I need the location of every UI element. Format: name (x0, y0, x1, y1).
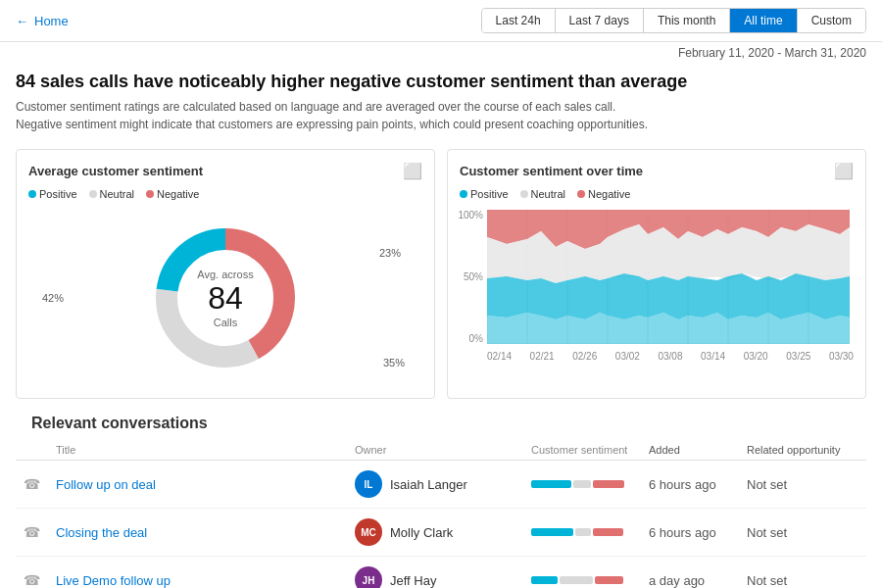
y-label-0: 0% (469, 333, 483, 344)
donut-chart: Avg. across 84 Calls 23% 35% 42% (28, 210, 422, 386)
row-added: 6 hours ago (641, 509, 739, 557)
sentiment-bar-neutral (560, 576, 593, 584)
filter-last24h[interactable]: Last 24h (482, 9, 556, 32)
phone-icon: ☎ (24, 572, 40, 588)
th-title: Title (48, 440, 347, 461)
row-owner: IL Isaiah Langer (347, 461, 523, 509)
legend-neutral: Neutral (89, 188, 134, 200)
time-chart-legend: Positive Neutral Negative (460, 188, 854, 200)
export-icon[interactable]: ⬜ (403, 162, 422, 180)
x-label-0320: 03/20 (744, 351, 768, 362)
sentiment-bar-positive (531, 576, 558, 584)
owner-name: Isaiah Langer (390, 477, 467, 492)
subtitle: Customer sentiment ratings are calculate… (16, 98, 866, 133)
th-added: Added (641, 440, 739, 461)
avg-sentiment-card: Average customer sentiment ⬜ Positive Ne… (16, 149, 435, 399)
owner-avatar: IL (355, 470, 382, 498)
row-title[interactable]: Closing the deal (48, 509, 347, 557)
export-icon-2[interactable]: ⬜ (834, 162, 854, 180)
phone-icon: ☎ (24, 476, 40, 492)
donut-number: 84 (197, 280, 253, 317)
sentiment-over-time-card: Customer sentiment over time ⬜ Positive … (447, 149, 866, 399)
x-label-0330: 03/30 (829, 351, 854, 362)
x-label-0314: 03/14 (701, 351, 725, 362)
conversations-title: Relevant conversations (16, 411, 866, 440)
x-label-0214: 02/14 (487, 351, 512, 362)
tlegend-positive: Positive (460, 188, 509, 200)
sentiment-bar-negative (595, 576, 623, 584)
row-owner: JH Jeff Hay (347, 557, 523, 589)
legend-negative: Negative (146, 188, 199, 200)
x-label-0221: 02/21 (530, 351, 555, 362)
row-added: a day ago (641, 557, 739, 589)
filter-thismonth[interactable]: This month (644, 9, 730, 32)
pct-neutral-label: 35% (383, 357, 405, 368)
row-sentiment (523, 461, 641, 509)
table-row: ☎ Live Demo follow up JH Jeff Hay a day … (16, 557, 866, 589)
row-added: 6 hours ago (641, 461, 739, 509)
home-link[interactable]: ← Home (16, 14, 69, 28)
tlegend-negative: Negative (577, 188, 630, 200)
pct-negative-label: 42% (42, 292, 64, 304)
phone-icon-cell: ☎ (16, 509, 48, 557)
donut-calls: Calls (197, 317, 253, 328)
row-title[interactable]: Follow up on deal (48, 461, 347, 509)
time-filter-group: Last 24h Last 7 days This month All time… (481, 8, 866, 33)
table-row: ☎ Closing the deal MC Molly Clark 6 hour… (16, 509, 866, 557)
phone-icon: ☎ (24, 524, 40, 540)
subtitle-line1: Customer sentiment ratings are calculate… (16, 98, 866, 116)
th-owner: Owner (347, 440, 523, 461)
donut-center: Avg. across 84 Calls (197, 269, 253, 328)
legend-positive: Positive (28, 188, 77, 200)
charts-row: Average customer sentiment ⬜ Positive Ne… (0, 137, 882, 411)
row-opportunity: Not set (739, 461, 866, 509)
subtitle-line2: Negative sentiment might indicate that c… (16, 116, 866, 133)
phone-icon-cell: ☎ (16, 557, 48, 589)
sentiment-bar-negative (593, 480, 624, 488)
home-label: Home (34, 14, 69, 28)
filter-last7days[interactable]: Last 7 days (556, 9, 644, 32)
th-opportunity: Related opportunity (739, 440, 866, 461)
row-owner: MC Molly Clark (347, 509, 523, 557)
donut-avg-label: Avg. across (197, 269, 253, 280)
row-sentiment (523, 557, 641, 589)
x-label-0302: 03/02 (615, 351, 640, 362)
row-opportunity: Not set (739, 557, 866, 589)
back-arrow-icon: ← (16, 14, 28, 28)
sentiment-bar-neutral (575, 528, 591, 536)
th-icon (16, 440, 48, 461)
owner-avatar: JH (355, 566, 382, 588)
row-opportunity: Not set (739, 509, 866, 557)
table-row: ☎ Follow up on deal IL Isaiah Langer 6 h… (16, 461, 866, 509)
owner-name: Molly Clark (390, 525, 453, 540)
pct-positive-label: 23% (379, 247, 401, 259)
conversations-table: Title Owner Customer sentiment Added Rel… (16, 440, 866, 588)
x-label-0226: 02/26 (572, 351, 597, 362)
row-title[interactable]: Live Demo follow up (48, 557, 347, 589)
owner-name: Jeff Hay (390, 573, 436, 588)
date-range: February 11, 2020 - March 31, 2020 (0, 42, 882, 64)
y-label-50: 50% (464, 271, 483, 282)
page-title: 84 sales calls have noticeably higher ne… (16, 72, 866, 92)
filter-alltime[interactable]: All time (730, 9, 797, 32)
main-header: 84 sales calls have noticeably higher ne… (0, 64, 882, 137)
filter-custom[interactable]: Custom (798, 9, 865, 32)
owner-avatar: MC (355, 518, 382, 546)
area-chart-container: 100% 50% 0% (460, 210, 854, 362)
time-chart-title: Customer sentiment over time ⬜ (460, 162, 854, 180)
area-chart-svg (487, 210, 850, 344)
sentiment-bar-negative (593, 528, 623, 536)
avg-chart-title: Average customer sentiment ⬜ (28, 162, 422, 180)
th-sentiment: Customer sentiment (523, 440, 641, 461)
phone-icon-cell: ☎ (16, 461, 48, 509)
y-label-100: 100% (458, 210, 483, 220)
tlegend-neutral: Neutral (520, 188, 565, 200)
top-bar: ← Home Last 24h Last 7 days This month A… (0, 0, 882, 42)
conversations-section: Relevant conversations Title Owner Custo… (0, 411, 882, 588)
x-label-0325: 03/25 (786, 351, 810, 362)
avg-chart-legend: Positive Neutral Negative (28, 188, 422, 200)
row-sentiment (523, 509, 641, 557)
sentiment-bar-neutral (573, 480, 591, 488)
x-label-0308: 03/08 (658, 351, 682, 362)
sentiment-bar-positive (531, 480, 571, 488)
